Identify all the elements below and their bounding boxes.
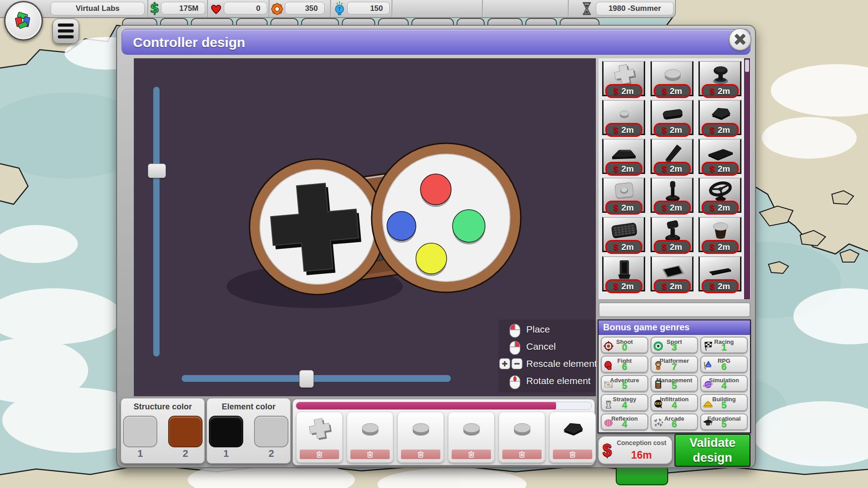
mouse-controls-legend: PlaceCancelRescale elementRotate element <box>498 319 596 393</box>
part-screen-plate[interactable]: $2m <box>651 256 693 291</box>
dollar-icon: $ <box>613 164 618 174</box>
conception-cost-box: $ Conception cost 16m <box>598 436 673 465</box>
mouse-wheel-click-icon <box>509 375 521 389</box>
dollar-icon: $ <box>662 164 667 174</box>
structure-color-swatch-2[interactable] <box>168 416 203 447</box>
swatch-number: 1 <box>223 448 229 460</box>
part-pentagon-plate[interactable]: $2m <box>698 100 741 135</box>
flat-plate-part-image <box>702 140 740 164</box>
part-steering-wheel[interactable]: $2m <box>698 178 741 213</box>
legend-label: Rotate element <box>526 375 590 386</box>
validate-design-button[interactable]: Validate design <box>675 434 750 467</box>
delete-element-button[interactable] <box>553 450 592 459</box>
part-price: 2m <box>670 125 682 135</box>
placed-element-round-button[interactable] <box>448 412 495 463</box>
legend-row: Place <box>498 322 596 339</box>
structure-color-panel: Structure color 12 <box>121 398 205 464</box>
part-cartridge-slot[interactable]: $2m <box>602 256 645 291</box>
delete-element-button[interactable] <box>401 450 440 459</box>
legend-row: Rotate element <box>498 374 596 391</box>
genre-bonus-value: 4 <box>651 399 697 410</box>
part-joystick[interactable]: $2m <box>651 178 693 213</box>
placed-element-dpad[interactable] <box>296 412 343 463</box>
part-wedge[interactable]: $2m <box>651 139 693 174</box>
genre-rpg: RPG6 <box>700 356 748 372</box>
vertical-slider-track[interactable] <box>153 87 160 357</box>
part-price-badge: $2m <box>605 240 642 254</box>
structure-color-swatch-1[interactable] <box>123 416 157 447</box>
steering-wheel-part-image <box>702 178 740 203</box>
element-color-panel: Element color 12 <box>207 398 291 464</box>
genre-bonus-value: 1 <box>701 342 747 352</box>
placed-element-round-button[interactable] <box>397 412 444 463</box>
rounded-plate-part-image <box>654 101 692 125</box>
menu-button[interactable] <box>52 19 79 44</box>
genre-bonus-value: 5 <box>701 399 747 410</box>
part-dpad[interactable]: $2m <box>602 61 645 96</box>
parts-vertical-scrollbar[interactable] <box>744 58 750 299</box>
scrollbar-thumb[interactable] <box>745 60 749 72</box>
part-price-badge: $2m <box>654 201 691 215</box>
vertical-slider-handle[interactable] <box>148 164 166 178</box>
horizontal-slider-handle[interactable] <box>299 370 314 388</box>
structure-color-swatches: 12 <box>121 416 204 460</box>
part-flat-plate[interactable]: $2m <box>698 139 741 174</box>
legend-row: Rescale element <box>498 357 596 374</box>
genre-grid: Shoot0Sport3Racing1Fight6Platformer7RPG6… <box>601 337 748 430</box>
part-round-button[interactable]: $2m <box>651 61 693 96</box>
swatch-number: 2 <box>183 448 188 460</box>
parts-horizontal-scrollbar[interactable] <box>599 302 750 317</box>
delete-element-button[interactable] <box>300 450 339 459</box>
part-price: 2m <box>718 125 730 135</box>
company-logo[interactable] <box>4 1 43 41</box>
trash-icon <box>468 450 475 458</box>
dollar-icon: $ <box>662 282 667 291</box>
structure-color-title: Structure color <box>121 402 204 412</box>
placed-element-pentagon-plate[interactable] <box>549 412 596 463</box>
part-keypad[interactable]: $2m <box>602 217 645 252</box>
delete-element-button[interactable] <box>502 450 542 459</box>
part-price-badge: $2m <box>702 201 739 215</box>
part-price: 2m <box>718 282 730 291</box>
dollar-icon: $ <box>710 125 715 135</box>
part-price-badge: $2m <box>702 123 739 137</box>
cartridge-slot-part-image <box>605 257 643 282</box>
part-price-badge: $2m <box>605 162 642 176</box>
part-trapezoid-base[interactable]: $2m <box>602 139 645 174</box>
gear-icon <box>270 2 284 16</box>
part-touchpad[interactable]: $2m <box>602 178 645 213</box>
part-analog-stick[interactable]: $2m <box>698 61 741 96</box>
legend-label: Rescale element <box>526 358 597 369</box>
genre-bonus-value: 3 <box>651 342 697 352</box>
genre-bonus-value: 7 <box>651 361 697 372</box>
part-spinner-knob[interactable]: $2m <box>698 217 741 252</box>
element-color-swatch-2[interactable] <box>254 416 288 447</box>
design-canvas[interactable]: PlaceCancelRescale elementRotate element <box>134 58 596 396</box>
round-button-element-image <box>453 416 490 441</box>
part-small-button[interactable]: $2m <box>602 100 645 135</box>
part-price-badge: $2m <box>702 279 739 293</box>
placed-element-round-button[interactable] <box>499 412 545 463</box>
part-thin-strip[interactable]: $2m <box>698 256 741 291</box>
part-price-badge: $2m <box>654 240 691 254</box>
touchpad-part-image <box>605 178 643 203</box>
delete-element-button[interactable] <box>452 450 491 459</box>
trash-icon <box>569 450 576 458</box>
genre-bonus-value: 5 <box>651 380 697 391</box>
part-price-badge: $2m <box>605 201 642 215</box>
delete-element-button[interactable] <box>350 450 390 459</box>
part-price: 2m <box>718 86 730 96</box>
dollar-icon: $ <box>613 125 618 135</box>
genre-simulation: Simulation4 <box>700 375 748 392</box>
part-flight-stick[interactable]: $2m <box>651 217 693 252</box>
close-button[interactable] <box>729 28 751 51</box>
placed-element-round-button[interactable] <box>347 412 393 463</box>
element-color-swatch-1[interactable] <box>209 416 243 447</box>
trash-icon <box>367 450 373 458</box>
horizontal-slider-track[interactable] <box>182 375 451 382</box>
part-rounded-plate[interactable]: $2m <box>651 100 693 135</box>
dollar-icon: $ <box>710 86 715 96</box>
part-price: 2m <box>718 242 730 252</box>
dpad-part-image <box>605 62 643 86</box>
part-price: 2m <box>670 203 682 213</box>
